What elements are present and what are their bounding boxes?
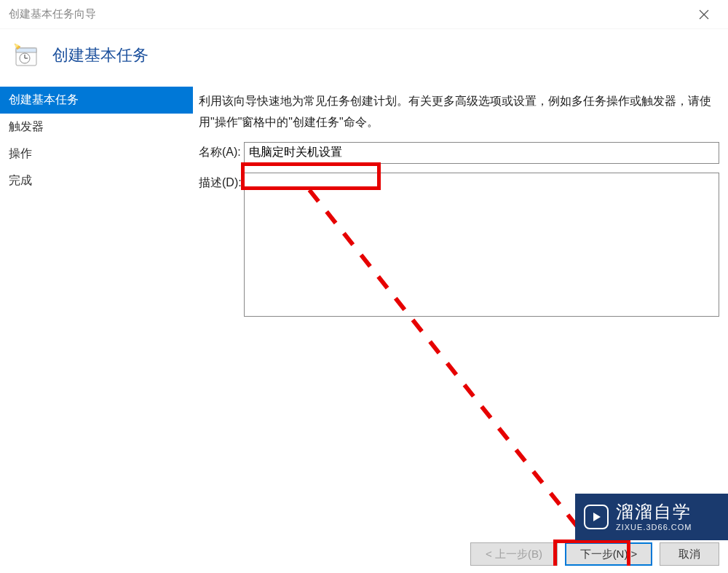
watermark: 溜溜自学 ZIXUE.3D66.COM <box>575 494 728 540</box>
sidebar-item-finish[interactable]: 完成 <box>0 167 193 194</box>
close-icon <box>699 9 709 20</box>
watermark-text: 溜溜自学 ZIXUE.3D66.COM <box>616 502 692 532</box>
cancel-button[interactable]: 取消 <box>660 542 719 566</box>
close-button[interactable] <box>687 3 721 26</box>
task-icon <box>13 42 39 68</box>
wizard-sidebar: 创建基本任务 触发器 操作 完成 <box>0 87 193 522</box>
sidebar-item-label: 操作 <box>9 147 32 159</box>
svg-rect-3 <box>16 48 36 52</box>
sidebar-item-label: 完成 <box>9 174 32 186</box>
description-input[interactable] <box>244 173 719 317</box>
svg-marker-10 <box>593 513 601 521</box>
desc-label: 描述(D): <box>199 173 244 191</box>
wizard-buttons: < 上一步(B) 下一步(N) > 取消 <box>470 542 719 566</box>
sidebar-item-action[interactable]: 操作 <box>0 141 193 167</box>
wizard-main: 利用该向导快速地为常见任务创建计划。有关更多高级选项或设置，例如多任务操作或触发… <box>193 87 728 522</box>
sidebar-item-label: 创建基本任务 <box>9 93 79 106</box>
titlebar: 创建基本任务向导 <box>0 0 728 29</box>
intro-text: 利用该向导快速地为常见任务创建计划。有关更多高级选项或设置，例如多任务操作或触发… <box>199 91 719 133</box>
window-title: 创建基本任务向导 <box>9 7 96 21</box>
wizard-header: 创建基本任务 <box>0 29 728 87</box>
sidebar-item-create-task[interactable]: 创建基本任务 <box>0 87 193 114</box>
desc-row: 描述(D): <box>199 173 719 317</box>
name-row: 名称(A): <box>199 142 719 164</box>
sidebar-item-label: 触发器 <box>9 120 44 133</box>
back-button[interactable]: < 上一步(B) <box>470 542 558 566</box>
wizard-title: 创建基本任务 <box>52 44 149 66</box>
sidebar-item-trigger[interactable]: 触发器 <box>0 114 193 141</box>
watermark-play-icon <box>584 505 609 529</box>
next-button[interactable]: 下一步(N) > <box>565 542 652 566</box>
name-input[interactable] <box>244 142 719 164</box>
watermark-sub: ZIXUE.3D66.COM <box>616 523 692 532</box>
content-area: 创建基本任务 触发器 操作 完成 利用该向导快速地为常见任务创建计划。有关更多高… <box>0 87 728 522</box>
watermark-main: 溜溜自学 <box>616 502 692 523</box>
name-label: 名称(A): <box>199 142 244 160</box>
